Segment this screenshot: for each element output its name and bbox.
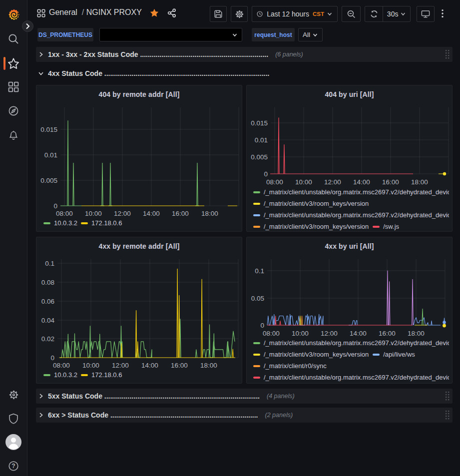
svg-text:0.06: 0.06 [41, 298, 54, 305]
svg-text:0.005: 0.005 [40, 177, 57, 184]
svg-text:10:00: 10:00 [295, 178, 312, 186]
svg-text:16:00: 16:00 [171, 362, 188, 369]
svg-text:08:00: 08:00 [53, 362, 70, 369]
svg-text:0: 0 [50, 354, 54, 362]
svg-text:10:00: 10:00 [292, 330, 309, 337]
svg-text:16:00: 16:00 [382, 178, 399, 186]
svg-text:0.08: 0.08 [41, 279, 54, 286]
svg-text:0.1: 0.1 [45, 260, 54, 267]
svg-text:16:00: 16:00 [379, 330, 396, 337]
svg-text:08:00: 08:00 [56, 210, 73, 217]
svg-text:0.1: 0.1 [255, 267, 264, 275]
svg-text:10:00: 10:00 [82, 362, 99, 369]
svg-text:0.04: 0.04 [41, 317, 55, 324]
svg-text:14:00: 14:00 [143, 210, 160, 217]
svg-text:08:00: 08:00 [266, 178, 283, 186]
svg-text:12:00: 12:00 [324, 178, 341, 186]
svg-text:0: 0 [53, 202, 57, 210]
svg-text:12:00: 12:00 [112, 362, 129, 369]
svg-text:12:00: 12:00 [114, 210, 131, 217]
svg-text:12:00: 12:00 [321, 330, 338, 337]
svg-text:14:00: 14:00 [141, 362, 158, 369]
svg-text:18:00: 18:00 [201, 210, 218, 217]
svg-text:18:00: 18:00 [408, 330, 425, 337]
svg-text:?: ? [11, 463, 15, 470]
svg-text:0: 0 [260, 322, 264, 329]
svg-text:0.015: 0.015 [40, 126, 57, 133]
svg-text:0.015: 0.015 [251, 119, 268, 127]
svg-text:0.01: 0.01 [44, 151, 57, 159]
svg-text:16:00: 16:00 [172, 210, 189, 217]
svg-text:14:00: 14:00 [353, 178, 370, 186]
svg-text:14:00: 14:00 [350, 330, 367, 337]
svg-text:0.005: 0.005 [251, 153, 268, 161]
svg-text:18:00: 18:00 [200, 362, 217, 369]
svg-text:0.01: 0.01 [255, 136, 268, 144]
svg-text:18:00: 18:00 [411, 178, 428, 186]
svg-text:08:00: 08:00 [263, 330, 280, 337]
svg-text:0.02: 0.02 [41, 335, 54, 343]
svg-text:10:00: 10:00 [85, 210, 102, 217]
svg-text:0.05: 0.05 [251, 295, 264, 302]
svg-text:0: 0 [264, 170, 268, 178]
